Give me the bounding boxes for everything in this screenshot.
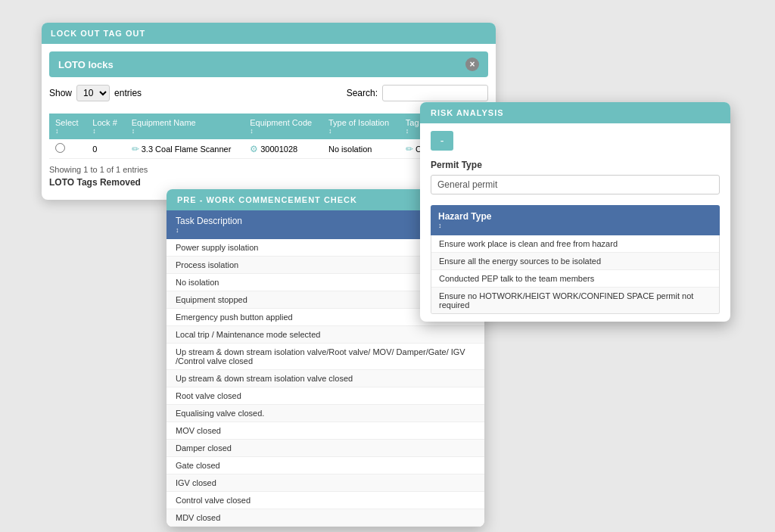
search-input[interactable]	[382, 85, 488, 101]
prework-row: Up stream & down stream isolation valve/…	[167, 344, 484, 370]
sort-code-icon[interactable]: ↕	[250, 127, 316, 135]
close-button[interactable]: ×	[465, 58, 479, 71]
sort-equip-icon[interactable]: ↕	[132, 127, 238, 135]
equip-name-cell: ✏ 3.3 Coal Flame Scanner	[126, 139, 244, 159]
prework-task-cell: Equalising valve closed.	[167, 405, 484, 422]
col-select: Select ↕	[49, 114, 86, 139]
prework-task-cell: Control valve closed	[167, 492, 484, 509]
sort-hazard-icon[interactable]: ↕	[438, 222, 712, 229]
prework-row: MDV closed	[167, 509, 484, 527]
risk-panel: RISK ANALYSIS - Permit Type Hazard Type …	[420, 102, 730, 322]
col-equip-name: Equipment Name ↕	[126, 114, 244, 139]
prework-row: MOV closed	[167, 422, 484, 440]
loto-panel-title: LOCK OUT TAG OUT	[51, 29, 145, 38]
row-radio[interactable]	[55, 143, 65, 153]
prework-task-cell: Up stream & down stream isolation valve …	[167, 370, 484, 387]
show-label: Show	[49, 88, 72, 98]
col-equip-code: Equipment Code ↕	[244, 114, 322, 139]
lock-num-cell: 0	[86, 139, 125, 159]
loto-panel-header: LOCK OUT TAG OUT	[42, 23, 496, 44]
code-icon: ⚙	[250, 144, 258, 154]
prework-task-cell: Damper closed	[167, 440, 484, 457]
risk-minus-button[interactable]: -	[431, 131, 453, 151]
prework-task-cell: Gate closed	[167, 457, 484, 474]
prework-row: Equalising valve closed.	[167, 405, 484, 422]
hazard-item: Ensure work place is clean and free from…	[431, 235, 719, 253]
prework-row: Root valve closed	[167, 387, 484, 405]
equip-code-cell: ⚙ 30001028	[244, 139, 322, 159]
tag-edit-icon[interactable]: ✏	[406, 144, 413, 154]
permit-type-input[interactable]	[431, 175, 720, 194]
prework-row: Gate closed	[167, 457, 484, 474]
prework-row: Damper closed	[167, 440, 484, 457]
prework-task-cell: Up stream & down stream isolation valve/…	[167, 344, 484, 370]
prework-task-cell: Local trip / Maintenance mode selected	[167, 326, 484, 344]
prework-row: Up stream & down stream isolation valve …	[167, 370, 484, 387]
sort-type-icon[interactable]: ↕	[328, 127, 394, 135]
select-cell[interactable]	[49, 139, 86, 159]
hazard-item: Conducted PEP talk to the team members	[431, 270, 719, 288]
prework-task-cell: IGV closed	[167, 474, 484, 492]
prework-row: Control valve closed	[167, 492, 484, 509]
prework-task-cell: MOV closed	[167, 422, 484, 440]
entries-select[interactable]: 10 25 50	[76, 85, 110, 101]
prework-row: IGV closed	[167, 474, 484, 492]
risk-panel-header: RISK ANALYSIS	[420, 102, 730, 123]
prework-task-cell: Root valve closed	[167, 387, 484, 405]
permit-type-label: Permit Type	[431, 160, 720, 170]
prework-row: Local trip / Maintenance mode selected	[167, 326, 484, 344]
hazard-item: Ensure no HOTWORK/HEIGT WORK/CONFINED SP…	[431, 288, 719, 313]
hazard-list: Ensure work place is clean and free from…	[431, 235, 720, 314]
edit-icon[interactable]: ✏	[132, 144, 139, 154]
sort-lock-icon[interactable]: ↕	[92, 127, 119, 135]
sort-select-icon[interactable]: ↕	[55, 127, 80, 135]
hazard-item: Ensure all the energy sources to be isol…	[431, 253, 719, 270]
entries-label: entries	[114, 88, 142, 98]
search-label: Search:	[347, 88, 378, 98]
type-isolation-cell: No isolation	[322, 139, 400, 159]
loto-locks-label: LOTO locks	[58, 59, 114, 70]
loto-locks-bar: LOTO locks ×	[49, 51, 488, 77]
hazard-type-header: Hazard Type ↕	[431, 205, 720, 235]
col-lock-num: Lock # ↕	[86, 114, 125, 139]
col-type-isolation: Type of Isolation ↕	[322, 114, 400, 139]
prework-task-cell: MDV closed	[167, 509, 484, 527]
